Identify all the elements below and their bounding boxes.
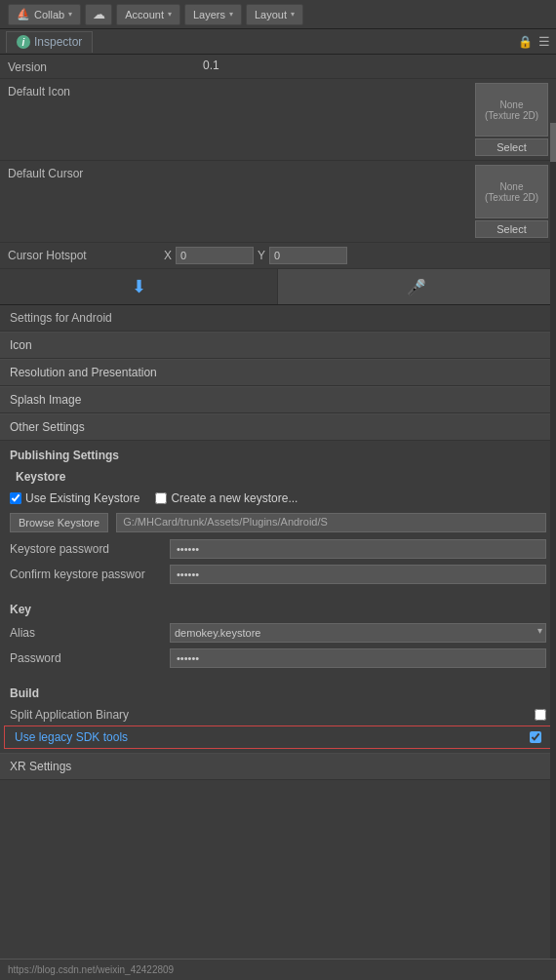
cloud-icon: ☁ <box>93 7 105 21</box>
create-new-keystore-label: Create a new keystore... <box>171 491 298 505</box>
default-icon-label: Default Icon <box>8 83 203 98</box>
keystore-password-field-wrapper <box>170 539 546 559</box>
account-label: Account <box>125 9 164 20</box>
default-cursor-select-button[interactable]: Select <box>475 220 548 238</box>
cursor-hotspot-coords: X Y <box>164 247 548 264</box>
top-toolbar: ⛵ Collab ▾ ☁ Account ▾ Layers ▾ Layout ▾ <box>0 0 556 29</box>
resolution-section-header[interactable]: Resolution and Presentation <box>0 359 556 386</box>
lock-icon[interactable]: 🔒 <box>518 35 533 49</box>
default-icon-row: Default Icon None (Texture 2D) Select <box>0 79 556 161</box>
keystore-subsection-label: Keystore <box>0 466 556 488</box>
key-password-field-wrapper <box>170 648 546 668</box>
version-row: Version 0.1 <box>0 55 556 79</box>
cursor-hotspot-row: Cursor Hotspot X Y <box>0 243 556 269</box>
create-new-keystore-checkbox[interactable] <box>155 492 167 504</box>
x-coord-input[interactable] <box>176 247 254 264</box>
content-area: Version 0.1 Default Icon None (Texture 2… <box>0 55 556 780</box>
collab-label: Collab <box>34 9 64 20</box>
account-arrow-icon: ▾ <box>168 10 172 19</box>
layout-arrow-icon: ▾ <box>291 10 295 19</box>
scroll-thumb[interactable] <box>550 123 556 162</box>
collab-icon: ⛵ <box>17 8 30 20</box>
alias-select[interactable]: demokey.keystore <box>170 623 546 643</box>
split-app-label: Split Application Binary <box>10 708 527 722</box>
ios-tab[interactable]: 🎤 <box>278 269 556 304</box>
layers-label: Layers <box>193 9 225 20</box>
keystore-password-input[interactable] <box>170 539 546 559</box>
keystore-password-row: Keystore password <box>0 536 556 562</box>
keystore-password-label: Keystore password <box>10 542 166 556</box>
status-bar: https://blog.csdn.net/weixin_42422809 <box>0 959 556 980</box>
confirm-keystore-field-wrapper <box>170 565 546 584</box>
splash-section-header[interactable]: Splash Image <box>0 386 556 413</box>
alias-label: Alias <box>10 626 166 640</box>
spacer2 <box>0 671 556 679</box>
icon-section-header[interactable]: Icon <box>0 332 556 359</box>
confirm-keystore-label: Confirm keystore passwor <box>10 568 166 581</box>
key-password-input[interactable] <box>170 648 546 668</box>
xr-section-header[interactable]: XR Settings <box>0 753 556 780</box>
y-coord-label: Y <box>258 249 265 262</box>
confirm-keystore-input[interactable] <box>170 565 546 584</box>
keystore-path-display: G:/MHCard/trunk/Assets/Plugins/Android/S <box>116 513 546 532</box>
default-icon-select-button[interactable]: Select <box>475 138 548 156</box>
legacy-sdk-row: Use legacy SDK tools <box>4 725 552 749</box>
layout-button[interactable]: Layout ▾ <box>246 4 303 25</box>
version-label: Version <box>8 59 203 74</box>
use-existing-keystore-row: Use Existing Keystore <box>10 491 139 505</box>
key-section-label: Key <box>0 595 556 620</box>
build-section-label: Build <box>0 679 556 704</box>
account-button[interactable]: Account ▾ <box>116 4 180 25</box>
alias-select-wrapper: demokey.keystore <box>170 623 546 643</box>
layers-arrow-icon: ▾ <box>229 10 233 19</box>
scroll-indicator[interactable] <box>550 123 556 980</box>
inspector-tab-label: Inspector <box>34 35 82 49</box>
browse-keystore-row: Browse Keystore G:/MHCard/trunk/Assets/P… <box>0 509 556 536</box>
collab-button[interactable]: ⛵ Collab ▾ <box>8 4 81 25</box>
confirm-keystore-row: Confirm keystore passwor <box>0 562 556 587</box>
settings-platform-header: Settings for Android <box>0 305 556 332</box>
cursor-hotspot-label: Cursor Hotspot <box>8 249 164 262</box>
publishing-section-header: Publishing Settings <box>0 441 556 466</box>
default-icon-texture-box: None (Texture 2D) <box>475 83 548 137</box>
default-cursor-label: Default Cursor <box>8 165 203 180</box>
key-password-label: Password <box>10 651 166 665</box>
collab-arrow-icon: ▾ <box>68 10 72 19</box>
other-section-header[interactable]: Other Settings <box>0 413 556 441</box>
split-app-checkbox[interactable] <box>535 709 546 721</box>
use-existing-keystore-label: Use Existing Keystore <box>25 491 139 505</box>
platform-tab-bar: ⬇ 🎤 <box>0 269 556 305</box>
default-cursor-preview: None (Texture 2D) Select <box>203 165 548 238</box>
inspector-tab[interactable]: i Inspector <box>6 31 93 53</box>
alias-row: Alias demokey.keystore <box>0 620 556 646</box>
keystore-checkboxes-row: Use Existing Keystore Create a new keyst… <box>0 488 556 509</box>
menu-icon[interactable]: ☰ <box>538 34 550 49</box>
default-cursor-texture-box: None (Texture 2D) <box>475 165 548 218</box>
status-bar-url: https://blog.csdn.net/weixin_42422809 <box>8 964 174 975</box>
default-cursor-row: Default Cursor None (Texture 2D) Select <box>0 161 556 243</box>
info-icon: i <box>17 35 30 49</box>
layers-button[interactable]: Layers ▾ <box>184 4 242 25</box>
create-new-keystore-row: Create a new keystore... <box>155 491 298 505</box>
y-coord-input[interactable] <box>269 247 347 264</box>
browse-keystore-button[interactable]: Browse Keystore <box>10 513 108 532</box>
layout-label: Layout <box>255 9 287 20</box>
legacy-sdk-label: Use legacy SDK tools <box>15 730 522 744</box>
version-value: 0.1 <box>203 59 548 72</box>
android-tab[interactable]: ⬇ <box>0 269 278 304</box>
legacy-sdk-checkbox[interactable] <box>530 731 541 743</box>
inspector-header: i Inspector 🔒 ☰ <box>0 29 556 55</box>
split-app-binary-row: Split Application Binary <box>0 704 556 725</box>
use-existing-keystore-checkbox[interactable] <box>10 492 21 504</box>
x-coord-label: X <box>164 249 172 262</box>
key-password-row: Password <box>0 646 556 671</box>
ios-icon: 🎤 <box>407 278 426 296</box>
default-icon-preview: None (Texture 2D) Select <box>203 83 548 156</box>
spacer1 <box>0 587 556 595</box>
cloud-button[interactable]: ☁ <box>85 4 112 25</box>
inspector-actions: 🔒 ☰ <box>518 34 550 49</box>
android-icon: ⬇ <box>132 276 146 297</box>
